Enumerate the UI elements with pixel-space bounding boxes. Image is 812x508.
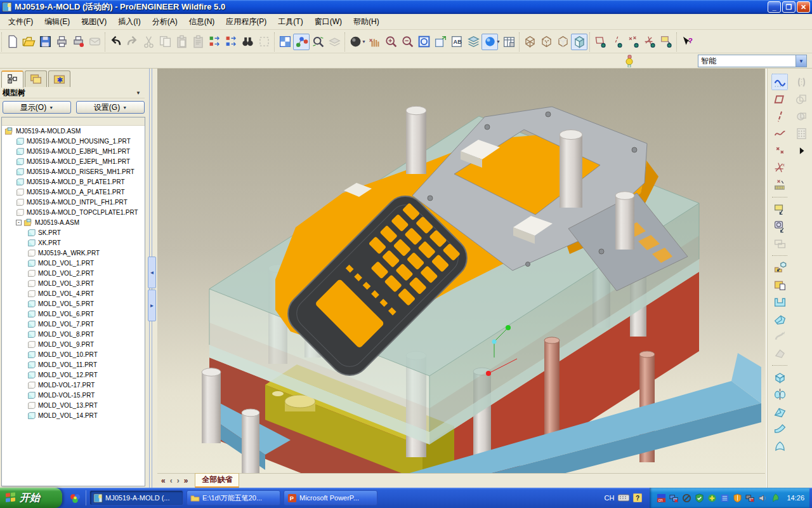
menu-item-5[interactable]: 信息(N) <box>183 15 221 29</box>
point-field-icon[interactable] <box>771 177 788 193</box>
print-icon[interactable] <box>53 34 70 50</box>
network-error-icon[interactable] <box>745 493 755 503</box>
new-file-icon[interactable] <box>4 34 20 50</box>
datum-plane-icon[interactable] <box>771 91 788 107</box>
volume-icon[interactable] <box>757 493 768 503</box>
redo-icon[interactable] <box>124 34 140 50</box>
email-icon[interactable] <box>86 34 103 50</box>
nav-prev[interactable]: ‹ <box>170 476 173 485</box>
menu-item-2[interactable]: 视图(V) <box>75 15 112 29</box>
language-indicator[interactable]: CH <box>605 494 615 502</box>
wireframe-icon[interactable] <box>521 34 538 50</box>
menu-item-4[interactable]: 分析(A) <box>147 15 183 29</box>
mold-wedge-icon[interactable] <box>771 311 788 327</box>
no-hidden-line-icon[interactable] <box>554 34 571 50</box>
datum-point-display-icon[interactable] <box>625 34 641 50</box>
chevron-down-icon[interactable]: ▼ <box>496 39 501 44</box>
shield-green-icon[interactable] <box>694 493 704 503</box>
spin-center-icon[interactable] <box>366 34 383 50</box>
taskbar-task-0[interactable]: MJ0519-A-MOLD (... <box>89 490 183 505</box>
show-button[interactable]: 显示(O)▼ <box>3 101 71 114</box>
menu-item-9[interactable]: 帮助(H) <box>348 15 385 29</box>
tree-item-mold-vol-8-prt[interactable]: MOLD_VOL_8.PRT <box>2 329 145 339</box>
network-status-icon[interactable] <box>669 493 679 503</box>
regenerate-icon[interactable] <box>206 34 223 50</box>
tree-item-mold-vol-4-prt[interactable]: MOLD_VOL_4.PRT <box>2 288 145 298</box>
hidden-line-icon[interactable] <box>538 34 554 50</box>
saved-views-icon[interactable]: AB <box>449 34 465 50</box>
datum-curve-icon[interactable] <box>771 125 788 142</box>
quilt-select-icon[interactable] <box>326 34 343 50</box>
menu-item-8[interactable]: 窗口(W) <box>309 15 348 29</box>
tree-item-sk-prt[interactable]: SK.PRT <box>2 227 145 237</box>
power-saver-icon[interactable] <box>770 493 780 503</box>
nav-last[interactable]: » <box>184 476 188 485</box>
layer-display-icon[interactable] <box>465 34 481 50</box>
folder-browser-tab[interactable] <box>25 70 47 87</box>
tree-item-mj0519-a-mold-risers-mh1-prt[interactable]: MJ0519-A-MOLD_RISERS_MH1.PRT <box>2 166 145 177</box>
cut-icon[interactable] <box>140 34 157 50</box>
zoom-out-icon[interactable] <box>399 34 416 50</box>
find-icon[interactable] <box>239 34 256 50</box>
plane-pair-icon[interactable] <box>771 235 788 251</box>
maximize-button[interactable]: ❐ <box>782 1 796 13</box>
print-preview-icon[interactable] <box>70 34 86 50</box>
keyboard-icon[interactable] <box>618 494 629 502</box>
select-by-box-icon[interactable] <box>256 34 272 50</box>
trim-icon[interactable] <box>793 108 809 124</box>
shield-orange-icon[interactable] <box>732 493 742 503</box>
reference-part-icon[interactable] <box>771 276 788 293</box>
save-file-icon[interactable] <box>37 34 53 50</box>
boundary-blend-icon[interactable] <box>771 420 788 437</box>
datum-axis-icon[interactable] <box>771 108 788 124</box>
display-settings-icon[interactable] <box>277 34 293 50</box>
plane-offset-icon[interactable] <box>771 201 788 217</box>
tree-item-mj0519-a-mold-intpl-fh1-prt[interactable]: MJ0519-A-MOLD_INTPL_FH1.PRT <box>2 197 145 207</box>
tree-item-mold-vol-17-prt[interactable]: MOLD-VOL-17.PRT <box>2 380 145 390</box>
nav-next[interactable]: › <box>177 476 180 485</box>
chevron-down-icon[interactable]: ▼ <box>136 90 141 96</box>
paste-special-icon[interactable] <box>190 34 206 50</box>
paste-icon[interactable] <box>173 34 190 50</box>
tree-item-mold-vol-7-prt[interactable]: MOLD_VOL_7.PRT <box>2 319 145 329</box>
cn-input-icon[interactable]: cn <box>656 493 666 503</box>
tree-item-mj0519-a-wrk-prt[interactable]: MJ0519-A_WRK.PRT <box>2 248 145 258</box>
help-tray-icon[interactable]: ? <box>633 493 642 502</box>
datum-csys-icon[interactable]: x <box>771 159 788 176</box>
tree-item-mj0519-a-mold-housing-1-prt[interactable]: MJ0519-A-MOLD_HOUSING_1.PRT <box>2 136 145 146</box>
collapse-panel-button[interactable]: ◄ <box>148 257 156 288</box>
menu-item-0[interactable]: 文件(F) <box>3 15 39 29</box>
intersect-icon[interactable] <box>793 91 809 107</box>
3d-viewport[interactable] <box>157 69 765 473</box>
datum-csys-display-icon[interactable] <box>641 34 658 50</box>
tree-item-mold-vol-6-prt[interactable]: MOLD_VOL_6.PRT <box>2 309 145 319</box>
tree-item-mold-vol-14-prt[interactable]: MOLD_VOL_14.PRT <box>2 410 145 420</box>
tree-item-xk-prt[interactable]: XK.PRT <box>2 237 145 248</box>
zoom-refit-icon[interactable] <box>416 34 432 50</box>
menu-item-3[interactable]: 插入(I) <box>112 15 146 29</box>
no-entry-icon[interactable] <box>681 493 691 503</box>
volume-split-icon[interactable] <box>771 345 788 361</box>
style-surface-icon[interactable] <box>771 438 788 454</box>
menu-item-1[interactable]: 编辑(E) <box>39 15 75 29</box>
datum-plane-display-icon[interactable] <box>592 34 608 50</box>
menu-item-6[interactable]: 应用程序(P) <box>220 15 272 29</box>
view-normal-plane-icon[interactable] <box>771 218 788 234</box>
sketch-tool-icon[interactable] <box>771 74 788 90</box>
tree-item-mj0519-a-mold-a-plate1-prt[interactable]: MJ0519-A-MOLD_A_PLATE1.PRT <box>2 187 145 197</box>
copy-icon[interactable] <box>157 34 173 50</box>
start-button[interactable]: 开始 <box>0 488 62 508</box>
mold-assembly-icon[interactable] <box>771 259 788 276</box>
parting-curve-icon[interactable] <box>771 328 788 344</box>
tree-item-mj0519-a-mold-b-plate1-prt[interactable]: MJ0519-A-MOLD_B_PLATE1.PRT <box>2 177 145 187</box>
chevron-down-icon[interactable]: ▼ <box>362 39 366 44</box>
expand-panel-button[interactable]: ► <box>148 290 156 321</box>
task-list-icon[interactable] <box>719 493 730 503</box>
tree-item-mj0519-a-mold-topclplate1-prt[interactable]: MJ0519-A-MOLD_TOPCLPLATE1.PRT <box>2 207 145 217</box>
tree-item-mold-vol-2-prt[interactable]: MOLD_VOL_2.PRT <box>2 268 145 278</box>
reorient-view-icon[interactable] <box>432 34 449 50</box>
tree-item-mj0519-a-mold-asm[interactable]: MJ0519-A-MOLD.ASM <box>2 126 145 136</box>
extrude-icon[interactable] <box>771 369 788 385</box>
tree-item-mold-vol-9-prt[interactable]: MOLD_VOL_9.PRT <box>2 339 145 349</box>
chevron-down-icon[interactable]: ▼ <box>796 55 806 67</box>
